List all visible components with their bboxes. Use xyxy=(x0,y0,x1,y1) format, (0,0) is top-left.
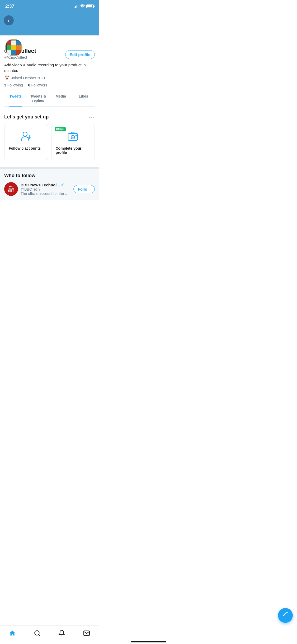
avatar-container xyxy=(4,38,23,57)
calendar-icon: 📅 xyxy=(4,75,10,80)
profile-stats: 3 Following 0 Followers xyxy=(4,83,95,87)
battery-icon xyxy=(86,4,94,8)
camera-add-icon xyxy=(56,130,91,142)
wifi-icon xyxy=(80,4,85,9)
done-badge: DONE xyxy=(55,127,66,131)
back-button[interactable]: ‹ xyxy=(4,15,14,25)
follow-user-info: BBC News Technol... ✔ @BBCTech The offic… xyxy=(21,182,71,196)
profile-section: Edit profile Clip Collect @ClipCollect A… xyxy=(0,48,99,110)
follow-button[interactable]: Follow xyxy=(73,185,95,193)
header-banner: ‹ xyxy=(0,12,99,35)
bbc-avatar[interactable]: BBC NEWS TECH xyxy=(4,182,18,196)
status-icons xyxy=(74,4,94,9)
setup-cards: Follow 5 accounts DONE Complete your pro… xyxy=(4,124,95,160)
setup-header: Let's get you set up ··· xyxy=(4,114,95,120)
status-bar: 2:37 xyxy=(0,0,99,12)
edit-profile-button[interactable]: Edit profile xyxy=(65,50,95,59)
tabs-container: Tweets Tweets & replies Media Likes xyxy=(4,90,95,107)
follow-item: BBC NEWS TECH BBC News Technol... ✔ @BBC… xyxy=(4,182,95,196)
following-stat[interactable]: 3 Following xyxy=(4,83,23,87)
profile-joined: 📅 Joined October 2021 xyxy=(4,75,95,80)
bbc-logo: BBC NEWS TECH xyxy=(8,186,15,192)
back-chevron-icon: ‹ xyxy=(8,18,9,23)
tab-likes[interactable]: Likes xyxy=(72,90,95,106)
who-to-follow-section: Who to follow BBC NEWS TECH BBC News Tec… xyxy=(0,167,99,200)
complete-profile-label: Complete your profile xyxy=(56,146,91,155)
who-to-follow-title: Who to follow xyxy=(4,173,95,178)
avatar[interactable] xyxy=(4,38,23,57)
followers-stat[interactable]: 0 Followers xyxy=(28,83,47,87)
signal-bars-icon xyxy=(74,4,78,8)
tab-tweets-replies[interactable]: Tweets & replies xyxy=(27,90,50,106)
follow-accounts-label: Follow 5 accounts xyxy=(9,146,41,150)
svg-point-0 xyxy=(23,132,27,136)
setup-card-follow[interactable]: Follow 5 accounts xyxy=(4,124,48,160)
setup-section: Let's get you set up ··· Follow 5 accoun… xyxy=(0,110,99,164)
tab-tweets[interactable]: Tweets xyxy=(4,90,27,106)
follow-user-name: BBC News Technol... xyxy=(21,183,60,187)
person-add-icon xyxy=(9,130,44,142)
profile-bio: Add video & audio recording to your prod… xyxy=(4,62,95,73)
setup-more-button[interactable]: ··· xyxy=(89,114,95,120)
rubiks-cube-image xyxy=(6,40,21,55)
status-time: 2:37 xyxy=(5,4,14,9)
verified-icon: ✔ xyxy=(61,182,64,187)
setup-title: Let's get you set up xyxy=(4,114,49,120)
follow-user-bio: The official account for the BBC News xyxy=(21,191,71,196)
follow-user-handle: @BBCTech xyxy=(21,187,71,191)
tab-media[interactable]: Media xyxy=(50,90,72,106)
setup-card-profile[interactable]: DONE Complete your profile xyxy=(51,124,95,160)
